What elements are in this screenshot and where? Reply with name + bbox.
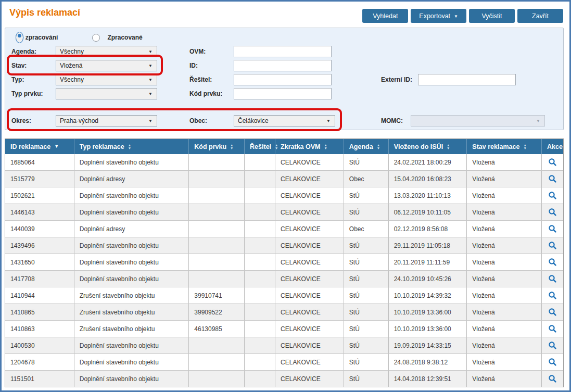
radio-zpracovane[interactable] xyxy=(92,34,100,42)
cell-zkratka-ovm: CELAKOVICE xyxy=(275,204,344,220)
filter-panel: Ke zpracování Zpracované Agenda: Všechny… xyxy=(5,28,564,130)
cell-e-itel xyxy=(245,171,275,187)
magnifier-icon[interactable] xyxy=(548,374,557,383)
magnifier-icon[interactable] xyxy=(548,174,557,183)
resitel-input[interactable] xyxy=(234,74,332,85)
column-header-typ-reklamace[interactable]: Typ reklamace▲▼ xyxy=(74,139,189,154)
cell-k-d-prvku: 46130985 xyxy=(189,321,245,337)
sort-both-icon: ▲▼ xyxy=(447,144,450,149)
magnifier-icon[interactable] xyxy=(548,241,557,250)
table-row: 1400530Doplnění stavebního objektuCELAKO… xyxy=(5,337,563,354)
cell-zkratka-ovm: CELAKOVICE xyxy=(275,237,344,254)
cell-vlo-eno-do-is-i: 24.08.2018 9:38:12 xyxy=(389,354,467,370)
magnifier-icon[interactable] xyxy=(548,308,557,317)
column-header-e-itel[interactable]: Řešitel▲▼ xyxy=(245,139,275,154)
cell-akce xyxy=(542,304,563,320)
table-row: 1417708Doplnění stavebního objektuCELAKO… xyxy=(5,271,563,287)
magnifier-icon[interactable] xyxy=(548,158,557,167)
cell-akce xyxy=(542,187,563,204)
sort-desc-icon: ▼ xyxy=(54,144,59,149)
column-header-id-reklamace[interactable]: ID reklamace▼ xyxy=(5,139,74,154)
magnifier-icon[interactable] xyxy=(548,258,557,267)
cell-vlo-eno-do-is-i: 10.10.2019 13:36:00 xyxy=(389,304,467,320)
cell-typ-reklamace: Doplnění stavebního objektu xyxy=(74,204,189,220)
stav-select[interactable]: Vložená ▼ xyxy=(56,60,157,71)
export-button[interactable]: Exportovat ▼ xyxy=(411,9,466,23)
cell-typ-reklamace: Doplnění stavebního objektu xyxy=(74,237,189,254)
column-header-stav-reklamace[interactable]: Stav reklamace▲▼ xyxy=(467,139,542,154)
close-button[interactable]: Zavřít xyxy=(517,9,563,23)
cell-e-itel xyxy=(245,337,275,353)
cell-zkratka-ovm: CELAKOVICE xyxy=(275,221,344,237)
cell-id-reklamace: 1204678 xyxy=(5,354,74,370)
cell-stav-reklamace: Vložená xyxy=(467,204,542,220)
magnifier-icon[interactable] xyxy=(548,324,557,333)
id-input[interactable] xyxy=(234,60,332,71)
cell-zkratka-ovm: CELAKOVICE xyxy=(275,187,344,204)
table-body: 1685064Doplnění stavebního objektuCELAKO… xyxy=(5,154,563,387)
cell-typ-reklamace: Zrušení stavebního objektu xyxy=(74,321,189,337)
magnifier-icon[interactable] xyxy=(548,224,557,233)
cell-agenda: Obec xyxy=(344,171,389,187)
cell-e-itel xyxy=(245,154,275,170)
table-row: 1502621Doplnění stavebního objektuCELAKO… xyxy=(5,187,563,204)
cell-k-d-prvku xyxy=(189,337,245,353)
typ-select[interactable]: Všechny ▼ xyxy=(56,74,157,85)
cell-e-itel xyxy=(245,354,275,370)
cell-agenda: StÚ xyxy=(344,154,389,170)
cell-agenda: StÚ xyxy=(344,254,389,270)
cell-stav-reklamace: Vložená xyxy=(467,171,542,187)
radio-ke-zpracovani[interactable] xyxy=(16,32,23,43)
magnifier-icon[interactable] xyxy=(548,341,557,350)
typ-prvku-select[interactable]: ▼ xyxy=(56,88,157,99)
externi-id-input[interactable] xyxy=(418,74,516,85)
obec-select[interactable]: Čelákovice ▼ xyxy=(234,115,335,127)
column-header-agenda[interactable]: Agenda▲▼ xyxy=(344,139,389,154)
column-header-vlo-eno-do-is-i[interactable]: Vloženo do ISÚI▲▼ xyxy=(389,139,467,154)
typ-prvku-label: Typ prvku: xyxy=(11,90,43,97)
cell-id-reklamace: 1515779 xyxy=(5,171,74,187)
cell-typ-reklamace: Doplnění stavebního objektu xyxy=(74,354,189,370)
chevron-down-icon: ▼ xyxy=(148,49,157,54)
magnifier-icon[interactable] xyxy=(548,208,557,217)
cell-typ-reklamace: Zrušení stavebního objektu xyxy=(74,304,189,320)
chevron-down-icon: ▼ xyxy=(326,119,335,123)
cell-id-reklamace: 1446143 xyxy=(5,204,74,220)
stav-label: Stav: xyxy=(11,62,27,69)
cell-akce xyxy=(542,237,563,254)
table-header-row: ID reklamace▼Typ reklamace▲▼Kód prvku▲▼Ř… xyxy=(5,139,563,154)
cell-e-itel xyxy=(245,371,275,387)
cell-id-reklamace: 1151501 xyxy=(5,371,74,387)
reclamations-window: Výpis reklamací Vyhledat Exportovat ▼ Vy… xyxy=(0,0,571,392)
cell-akce xyxy=(542,271,563,287)
cell-akce xyxy=(542,221,563,237)
magnifier-icon[interactable] xyxy=(548,358,557,366)
magnifier-icon[interactable] xyxy=(548,191,557,200)
agenda-select[interactable]: Všechny ▼ xyxy=(56,46,157,57)
cell-agenda: StÚ xyxy=(344,287,389,304)
sort-both-icon: ▲▼ xyxy=(324,144,327,149)
cell-akce xyxy=(542,321,563,337)
cell-stav-reklamace: Vložená xyxy=(467,337,542,353)
sort-both-icon: ▲▼ xyxy=(523,144,526,149)
magnifier-icon[interactable] xyxy=(548,274,557,283)
cell-stav-reklamace: Vložená xyxy=(467,154,542,170)
column-header-zkratka-ovm[interactable]: Zkratka OVM▲▼ xyxy=(275,139,344,154)
table-row: 1440039Doplnění adresyCELAKOVICEObec02.1… xyxy=(5,221,563,237)
cell-vlo-eno-do-is-i: 20.11.2019 11:11:59 xyxy=(389,254,467,270)
column-header-k-d-prvku[interactable]: Kód prvku▲▼ xyxy=(189,139,245,154)
search-button[interactable]: Vyhledat xyxy=(362,9,408,23)
cell-k-d-prvku xyxy=(189,204,245,220)
ovm-input[interactable] xyxy=(234,46,332,57)
kod-prvku-input[interactable] xyxy=(234,88,332,99)
cell-zkratka-ovm: CELAKOVICE xyxy=(275,321,344,337)
clear-button[interactable]: Vyčistit xyxy=(469,9,515,23)
magnifier-icon[interactable] xyxy=(548,291,557,300)
cell-stav-reklamace: Vložená xyxy=(467,321,542,337)
cell-typ-reklamace: Doplnění stavebního objektu xyxy=(74,371,189,387)
cell-vlo-eno-do-is-i: 02.12.2019 8:56:08 xyxy=(389,221,467,237)
table-row: 1410944Zrušení stavebního objektu3991074… xyxy=(5,287,563,304)
okres-select[interactable]: Praha-východ ▼ xyxy=(56,115,157,127)
obec-label: Obec: xyxy=(189,117,207,124)
cell-agenda: StÚ xyxy=(344,204,389,220)
